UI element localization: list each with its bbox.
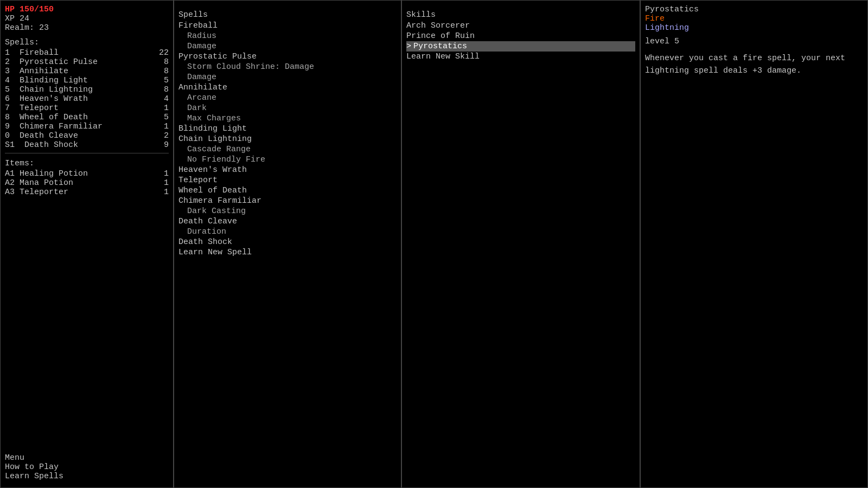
left-spell-name: 6 Heaven's Wrath — [5, 94, 88, 104]
spells-panel-item[interactable]: Wheel of Death — [178, 185, 397, 196]
spells-panel: Spells FireballRadiusDamagePyrostatic Pu… — [174, 0, 401, 488]
left-item-val: 1 — [164, 169, 169, 178]
spells-panel-item[interactable]: Heaven's Wrath — [178, 165, 397, 175]
menu-item[interactable]: Learn Spells — [5, 472, 169, 481]
left-panel-bottom: Menu How to PlayLearn Spells — [5, 453, 169, 483]
menu-header: Menu — [5, 453, 169, 463]
left-spell-name: 8 Wheel of Death — [5, 113, 88, 122]
left-spell-row[interactable]: 2 Pyrostatic Pulse8 — [5, 57, 169, 67]
spells-panel-item[interactable]: Arcane — [178, 93, 397, 103]
spells-panel-item[interactable]: Learn New Spell — [178, 247, 397, 258]
left-item-row[interactable]: A2 Mana Potion1 — [5, 178, 169, 188]
spells-panel-item[interactable]: Death Shock — [178, 237, 397, 247]
spells-panel-item[interactable]: Teleport — [178, 175, 397, 185]
left-spell-row[interactable]: 7 Teleport1 — [5, 104, 169, 113]
left-spell-name: 2 Pyrostatic Pulse — [5, 57, 98, 67]
left-spell-val: 8 — [164, 85, 169, 94]
menu-list: How to PlayLearn Spells — [5, 463, 169, 481]
left-spell-name: 3 Annihilate — [5, 67, 68, 76]
hp-display: HP 150/150 — [5, 5, 169, 14]
left-item-row[interactable]: A1 Healing Potion1 — [5, 169, 169, 178]
spell-list: 1 Fireball222 Pyrostatic Pulse83 Annihil… — [5, 48, 169, 150]
left-spell-name: S1 Death Shock — [5, 140, 78, 150]
skills-panel-header: Skills — [406, 10, 635, 20]
left-spell-val: 5 — [164, 113, 169, 122]
spells-panel-item[interactable]: Damage — [178, 41, 397, 52]
left-item-val: 1 — [164, 188, 169, 197]
left-spell-val: 9 — [164, 140, 169, 150]
left-spell-row[interactable]: 8 Wheel of Death5 — [5, 113, 169, 122]
left-spell-name: 7 Teleport — [5, 104, 59, 113]
spells-panel-item[interactable]: Death Cleave — [178, 216, 397, 227]
left-spell-val: 8 — [164, 67, 169, 76]
spells-panel-item[interactable]: Dark — [178, 103, 397, 113]
spells-panel-item[interactable]: Cascade Range — [178, 144, 397, 155]
left-spell-name: 4 Blinding Light — [5, 76, 88, 85]
spells-panel-item[interactable]: Blinding Light — [178, 124, 397, 134]
left-spell-row[interactable]: 1 Fireball22 — [5, 48, 169, 57]
spells-panel-item[interactable]: Radius — [178, 31, 397, 41]
divider-items — [5, 153, 169, 153]
left-panel-top: HP 150/150 XP 24 Realm: 23 Spells: 1 Fir… — [5, 5, 169, 453]
detail-category-fire: Fire — [645, 14, 863, 23]
left-spell-name: 0 Death Cleave — [5, 131, 78, 140]
xp-display: XP 24 — [5, 14, 169, 23]
detail-title: Pyrostatics — [645, 5, 863, 14]
left-spell-val: 8 — [164, 57, 169, 67]
left-item-row[interactable]: A3 Teleporter1 — [5, 188, 169, 197]
skills-item[interactable]: Pyrostatics — [406, 41, 635, 52]
detail-level: level 5 — [645, 37, 863, 46]
skills-item[interactable]: Learn New Skill — [406, 52, 635, 62]
spells-panel-item[interactable]: Chain Lightning — [178, 134, 397, 144]
left-spell-row[interactable]: 4 Blinding Light5 — [5, 76, 169, 85]
left-spell-name: 9 Chimera Farmiliar — [5, 122, 103, 131]
left-spell-name: 1 Fireball — [5, 48, 59, 57]
spells-panel-item[interactable]: Max Charges — [178, 113, 397, 124]
spells-header: Spells: — [5, 38, 169, 47]
left-item-val: 1 — [164, 178, 169, 188]
skills-panel: Skills Arch Sorcerer Prince of RuinPyros… — [401, 0, 640, 488]
detail-description: Whenever you cast a fire spell, your nex… — [645, 53, 863, 77]
spells-panel-header: Spells — [178, 10, 397, 20]
item-list: A1 Healing Potion1A2 Mana Potion1A3 Tele… — [5, 169, 169, 197]
items-header: Items: — [5, 159, 169, 168]
spells-panel-item[interactable]: Damage — [178, 72, 397, 82]
realm-display: Realm: 23 — [5, 23, 169, 33]
skills-list: Arch Sorcerer Prince of RuinPyrostatics … — [406, 21, 635, 62]
detail-panel: Pyrostatics Fire Lightning level 5 Whene… — [640, 0, 868, 488]
skills-item[interactable]: Prince of Ruin — [406, 31, 635, 41]
spells-panel-item[interactable]: Fireball — [178, 21, 397, 31]
spells-panel-item[interactable]: Chimera Farmiliar — [178, 196, 397, 206]
spells-panel-item[interactable]: No Friendly Fire — [178, 155, 397, 165]
left-item-name: A1 Healing Potion — [5, 169, 88, 178]
left-spell-row[interactable]: 5 Chain Lightning8 — [5, 85, 169, 94]
left-spell-val: 4 — [164, 94, 169, 104]
left-spell-row[interactable]: 0 Death Cleave2 — [5, 131, 169, 140]
spells-list: FireballRadiusDamagePyrostatic PulseStor… — [178, 21, 397, 258]
left-spell-row[interactable]: S1 Death Shock9 — [5, 140, 169, 150]
left-spell-row[interactable]: 6 Heaven's Wrath4 — [5, 94, 169, 104]
left-spell-name: 5 Chain Lightning — [5, 85, 93, 94]
left-spell-val: 2 — [164, 131, 169, 140]
menu-item[interactable]: How to Play — [5, 463, 169, 472]
spells-panel-item[interactable]: Duration — [178, 227, 397, 237]
detail-category-lightning: Lightning — [645, 23, 863, 33]
left-item-name: A2 Mana Potion — [5, 178, 73, 188]
spells-panel-item[interactable]: Pyrostatic Pulse — [178, 52, 397, 62]
left-spell-val: 1 — [164, 122, 169, 131]
left-item-name: A3 Teleporter — [5, 188, 68, 197]
spells-panel-item[interactable]: Dark Casting — [178, 206, 397, 216]
spells-panel-item[interactable]: Storm Cloud Shrine: Damage — [178, 62, 397, 72]
spells-panel-item[interactable]: Annihilate — [178, 82, 397, 93]
left-spell-row[interactable]: 3 Annihilate8 — [5, 67, 169, 76]
left-panel: HP 150/150 XP 24 Realm: 23 Spells: 1 Fir… — [0, 0, 174, 488]
left-spell-val: 5 — [164, 76, 169, 85]
skills-item[interactable]: Arch Sorcerer — [406, 21, 635, 31]
left-spell-val: 1 — [164, 104, 169, 113]
left-spell-row[interactable]: 9 Chimera Farmiliar1 — [5, 122, 169, 131]
left-spell-val: 22 — [159, 48, 169, 57]
